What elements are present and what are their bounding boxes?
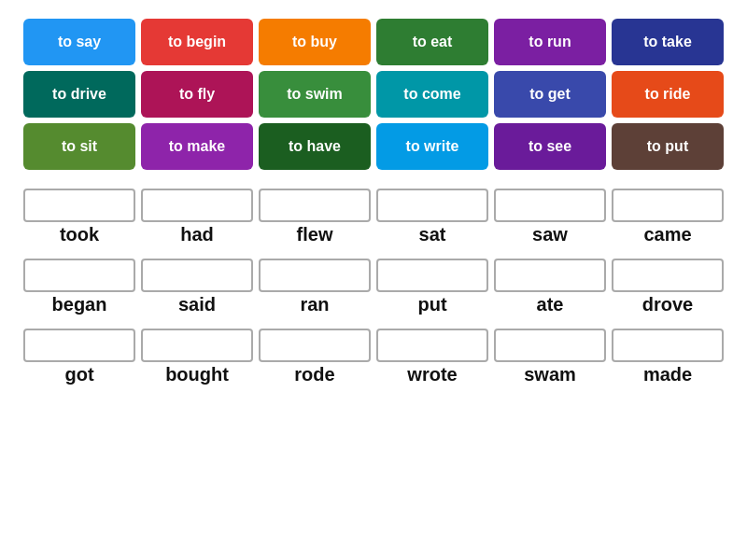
drag-item[interactable]: to see [494,123,606,170]
drop-box[interactable] [494,259,606,292]
drop-box[interactable] [494,189,606,222]
drop-box[interactable] [23,189,135,222]
drop-section: begansaidranputatedrove [23,259,724,315]
word-label: sat [376,224,488,245]
word-label: swam [494,364,606,385]
drop-section: tookhadflewsatsawcame [23,189,724,245]
drag-item[interactable]: to fly [141,71,253,118]
drop-section: gotboughtrodewroteswammade [23,329,724,385]
drop-box[interactable] [259,189,371,222]
drop-box[interactable] [376,329,488,362]
word-label: began [23,294,135,315]
drag-item[interactable]: to sit [23,123,135,170]
drag-item[interactable]: to have [259,123,371,170]
drop-box[interactable] [259,259,371,292]
drag-item[interactable]: to begin [141,19,253,65]
drag-item[interactable]: to get [494,71,606,118]
word-label: had [141,224,253,245]
drop-box[interactable] [612,329,724,362]
word-label: made [612,364,724,385]
drag-item[interactable]: to buy [259,19,371,65]
drop-box[interactable] [23,329,135,362]
word-label: ran [259,294,371,315]
drop-box[interactable] [141,259,253,292]
drag-item[interactable]: to eat [376,19,488,65]
drop-box[interactable] [141,329,253,362]
word-label: ate [494,294,606,315]
drop-box[interactable] [376,189,488,222]
word-label: rode [259,364,371,385]
drop-box[interactable] [612,189,724,222]
drag-item[interactable]: to say [23,19,135,65]
drop-box[interactable] [141,189,253,222]
drop-box[interactable] [494,329,606,362]
word-label: drove [612,294,724,315]
drop-box[interactable] [23,259,135,292]
drag-item[interactable]: to ride [612,71,724,118]
drag-item[interactable]: to write [376,123,488,170]
drag-item[interactable]: to come [376,71,488,118]
drag-item[interactable]: to swim [259,71,371,118]
drop-box[interactable] [259,329,371,362]
drag-item[interactable]: to run [494,19,606,65]
word-label: came [612,224,724,245]
drop-sections: tookhadflewsatsawcamebegansaidranputated… [23,189,724,399]
word-label: flew [259,224,371,245]
drag-item[interactable]: to take [612,19,724,65]
word-label: said [141,294,253,315]
word-label: bought [141,364,253,385]
word-label: wrote [376,364,488,385]
word-label: took [23,224,135,245]
word-label: got [23,364,135,385]
drop-box[interactable] [612,259,724,292]
drag-item[interactable]: to put [612,123,724,170]
drag-item[interactable]: to drive [23,71,135,118]
word-label: saw [494,224,606,245]
drag-items-grid: to sayto beginto buyto eatto runto taket… [23,19,724,170]
word-label: put [376,294,488,315]
drop-box[interactable] [376,259,488,292]
drag-item[interactable]: to make [141,123,253,170]
